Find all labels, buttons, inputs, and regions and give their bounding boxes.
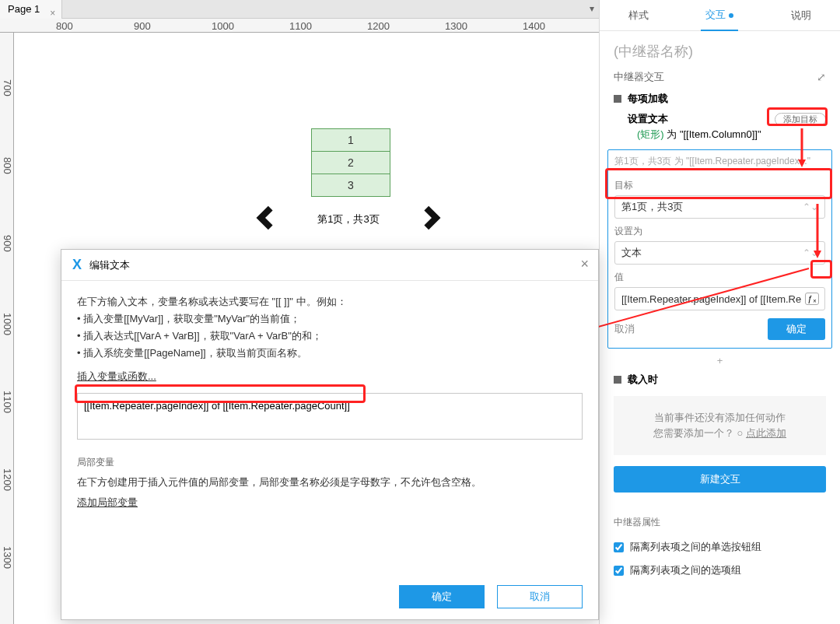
chk-label: 隔离列表项之间的单选按钮组 bbox=[630, 540, 761, 554]
localvar-desc: 在下方创建用于插入元件值的局部变量，局部变量名称必须是字母数字，不允许包含空格。 bbox=[77, 474, 583, 491]
dialog-cancel-button[interactable]: 取消 bbox=[497, 585, 583, 608]
no-action-line1: 当前事件还没有添加任何动作 bbox=[621, 410, 818, 426]
widget-name-placeholder[interactable]: (中继器名称) bbox=[600, 31, 840, 65]
tab-page-1[interactable]: Page 1 × bbox=[0, 0, 62, 19]
cancel-link[interactable]: 取消 bbox=[614, 318, 635, 340]
label-target: 目标 bbox=[614, 179, 825, 192]
document-tabbar: Page 1 × ▾ bbox=[0, 0, 599, 19]
ruler-vertical: 700 800 900 1000 1100 1200 1300 bbox=[0, 33, 14, 624]
tab-interaction[interactable]: 交互 bbox=[701, 0, 738, 31]
ruler-horizontal: 800 900 1000 1100 1200 1300 1400 bbox=[0, 19, 599, 33]
action-label: 设置文本 bbox=[628, 112, 668, 126]
edit-text-dialog: X 编辑文本 × 在下方输入文本，变量名称或表达式要写在 "[[ ]]" 中。例… bbox=[61, 249, 599, 620]
repeater-attr-header: 中继器属性 bbox=[600, 502, 840, 535]
repeater-cell[interactable]: 2 bbox=[311, 151, 390, 174]
updown-icon: ⌃⌄ bbox=[803, 196, 818, 218]
add-action-link[interactable]: 点此添加 bbox=[746, 427, 786, 439]
ruler-tick: 1300 bbox=[445, 20, 467, 32]
setto-value: 文本 bbox=[621, 242, 642, 264]
add-localvar-link[interactable]: 添加局部变量 bbox=[77, 496, 138, 508]
label-setto: 设置为 bbox=[614, 225, 825, 238]
add-target-button[interactable]: 添加目标 bbox=[775, 113, 826, 126]
chk-isolate-selection[interactable]: 隔离列表项之间的选项组 bbox=[600, 559, 840, 582]
repeater-widget[interactable]: 1 2 3 bbox=[311, 128, 390, 196]
dialog-titlebar[interactable]: X 编辑文本 × bbox=[61, 250, 598, 281]
ok-button[interactable]: 确定 bbox=[768, 318, 825, 340]
arrow-right-icon[interactable] bbox=[414, 200, 450, 238]
ruler-tick: 1000 bbox=[2, 313, 13, 335]
dialog-bullet: • 插入表达式[[VarA + VarB]]，获取"VarA + VarB"的和… bbox=[77, 328, 583, 345]
no-action-line2: 您需要添加一个？ bbox=[653, 427, 734, 439]
repeater-cell[interactable]: 1 bbox=[311, 128, 390, 152]
dialog-ok-button[interactable]: 确定 bbox=[399, 585, 485, 608]
tab-notes[interactable]: 说明 bbox=[786, 1, 816, 30]
add-action-plus[interactable]: + bbox=[600, 355, 840, 366]
chk-isolate-radio[interactable]: 隔离列表项之间的单选按钮组 bbox=[600, 535, 840, 559]
ruler-tick: 1100 bbox=[2, 391, 13, 413]
dialog-title: 编辑文本 bbox=[89, 258, 130, 272]
no-action-placeholder: 当前事件还没有添加任何动作 您需要添加一个？ ○ 点此添加 bbox=[614, 396, 826, 455]
ruler-tick: 700 bbox=[2, 79, 13, 96]
repeater-cell[interactable]: 3 bbox=[311, 174, 390, 197]
side-tabs: 样式 交互 说明 bbox=[600, 0, 840, 31]
target-select[interactable]: 第1页，共3页⌃⌄ bbox=[614, 195, 825, 219]
ruler-tick: 900 bbox=[134, 20, 151, 32]
ruler-tick: 1200 bbox=[2, 468, 13, 491]
setto-select[interactable]: 文本⌃⌄ bbox=[614, 241, 825, 265]
ruler-tick: 800 bbox=[56, 20, 73, 32]
action-summary-grey: 第1页，共3页 为 "[[Item.Repeater.pageIndex..." bbox=[614, 155, 825, 173]
event-label: 每项加载 bbox=[628, 92, 668, 106]
target-value: 第1页，共3页 bbox=[621, 196, 683, 218]
expression-textarea[interactable] bbox=[77, 393, 583, 440]
close-icon[interactable]: × bbox=[580, 256, 589, 272]
checkbox[interactable] bbox=[614, 542, 624, 552]
dialog-intro: 在下方输入文本，变量名称或表达式要写在 "[[ ]]" 中。例如： bbox=[77, 293, 583, 310]
dialog-footer: 确定 取消 bbox=[399, 585, 583, 608]
section-interactions-header: 中继器交互 ⤢ bbox=[600, 65, 840, 89]
ruler-tick: 1200 bbox=[367, 20, 390, 32]
chk-label: 隔离列表项之间的选项组 bbox=[630, 563, 741, 577]
chevron-down-icon[interactable]: ▾ bbox=[590, 3, 594, 14]
shape-keyword: (矩形) bbox=[637, 128, 664, 140]
new-interaction-button[interactable]: 新建交互 bbox=[614, 466, 826, 493]
insert-variable-link[interactable]: 插入变量或函数... bbox=[77, 370, 156, 382]
fx-button[interactable]: ƒₓ bbox=[805, 293, 819, 305]
ruler-tick: 1300 bbox=[2, 546, 13, 569]
updown-icon: ⌃⌄ bbox=[803, 242, 818, 264]
action-desc-tail: 为 "[[Item.Column0]]" bbox=[664, 128, 761, 140]
arrow-left-icon[interactable] bbox=[247, 200, 283, 238]
action-set-text[interactable]: 设置文本 添加目标 bbox=[600, 109, 840, 128]
tab-label: Page 1 bbox=[8, 3, 40, 15]
action-edit-panel: 第1页，共3页 为 "[[Item.Repeater.pageIndex..."… bbox=[607, 149, 832, 349]
expand-icon[interactable]: ⤢ bbox=[817, 71, 826, 83]
value-input[interactable] bbox=[614, 287, 825, 310]
dialog-bullet: • 插入变量[[MyVar]]，获取变量"MyVar"的当前值； bbox=[77, 310, 583, 328]
tab-indicator-dot bbox=[729, 13, 733, 18]
ruler-tick: 1100 bbox=[289, 20, 312, 32]
ruler-tick: 1400 bbox=[523, 20, 545, 32]
event-bullet-icon bbox=[614, 376, 621, 384]
ruler-tick: 1000 bbox=[212, 20, 234, 32]
pager-row: 第1页，共3页 bbox=[247, 200, 450, 238]
action-desc: (矩形) 为 "[[Item.Column0]]" bbox=[600, 128, 840, 145]
event-item-load[interactable]: 每项加载 bbox=[600, 89, 840, 109]
page-caption[interactable]: 第1页，共3页 bbox=[317, 212, 379, 226]
localvar-title: 局部变量 bbox=[77, 456, 583, 469]
axure-logo-icon: X bbox=[72, 257, 82, 273]
label-value: 值 bbox=[614, 271, 825, 284]
event-onload[interactable]: 载入时 bbox=[600, 370, 840, 390]
dialog-bullet: • 插入系统变量[[PageName]]，获取当前页面名称。 bbox=[77, 345, 583, 362]
action-edit-footer: 取消 确定 bbox=[614, 318, 825, 340]
tab-style[interactable]: 样式 bbox=[624, 1, 653, 30]
event-bullet-icon bbox=[614, 95, 621, 103]
event-onload-label: 载入时 bbox=[628, 373, 658, 387]
ruler-tick: 900 bbox=[2, 235, 13, 252]
checkbox[interactable] bbox=[614, 566, 624, 576]
section-title: 中继器交互 bbox=[614, 70, 664, 84]
inspector-panel: 样式 交互 说明 (中继器名称) 中继器交互 ⤢ 每项加载 设置文本 添加目标 … bbox=[599, 0, 840, 624]
dialog-body: 在下方输入文本，变量名称或表达式要写在 "[[ ]]" 中。例如： • 插入变量… bbox=[61, 281, 598, 524]
ruler-tick: 800 bbox=[2, 157, 13, 174]
tab-interaction-label: 交互 bbox=[705, 9, 726, 20]
